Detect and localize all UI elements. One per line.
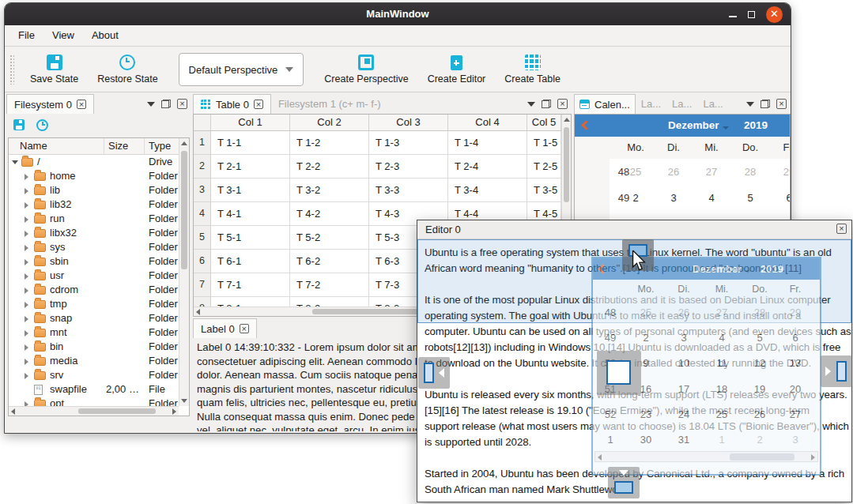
tree-row[interactable]: usrFolder [9,269,179,283]
tree-row[interactable]: lib32Folder [9,197,179,212]
tree-row[interactable]: snapFolder [9,311,179,325]
table-column-header[interactable]: Col 1 [211,115,290,131]
table-cell[interactable]: T 7-2 [290,273,369,297]
panel-close-icon[interactable] [776,99,787,109]
minimize-button[interactable] [729,16,737,17]
calendar-day[interactable]: 27 [697,159,726,185]
save-state-button[interactable]: Save State [21,51,88,88]
table-cell[interactable]: T 3-1 [211,179,290,202]
close-button[interactable]: ✕ [766,6,783,23]
table-cell[interactable]: T 2-1 [211,155,290,179]
table-cell[interactable]: T 2-3 [369,155,448,179]
toolbar-grip[interactable] [9,55,14,85]
table-column-header[interactable]: Col 2 [290,115,369,131]
tree-row[interactable]: /Drive [9,155,179,169]
tab-label-3[interactable]: La... [697,94,728,114]
table-cell[interactable]: T 5-2 [290,226,369,250]
previous-month-icon[interactable] [581,120,591,130]
tab-label-1[interactable]: La... [636,94,666,114]
editor-titlebar[interactable]: Editor 0 [417,220,851,239]
row-number-cell[interactable]: 2 [194,155,211,179]
save-icon[interactable] [13,119,25,130]
dock-indicator-left[interactable] [418,357,450,389]
table-column-header[interactable]: Col 4 [448,115,527,131]
dock-indicator-right[interactable] [821,355,852,387]
scrollbar-thumb[interactable] [181,151,187,269]
expander-icon[interactable] [12,160,18,164]
menu-file[interactable]: File [9,25,43,46]
expander-icon[interactable] [25,316,28,322]
expander-icon[interactable] [25,202,28,209]
expander-icon[interactable] [25,245,28,251]
panel-close-icon[interactable] [557,99,568,109]
tree-row[interactable]: runFolder [9,212,179,226]
row-number-cell[interactable]: 6 [194,250,211,273]
expander-icon[interactable] [25,359,28,365]
table-cell[interactable]: T 6-2 [290,250,369,273]
create-editor-button[interactable]: Create Editor [418,52,496,88]
tree-row[interactable]: mediaFolder [9,354,179,368]
perspective-dropdown[interactable]: Default Perspective [179,53,304,86]
expander-icon[interactable] [25,302,28,308]
table-cell[interactable]: T 1-5 [527,131,561,155]
tree-row[interactable]: sysFolder [9,240,179,254]
expander-icon[interactable] [25,216,28,223]
row-number-cell[interactable]: 4 [194,202,211,226]
tree-column-header[interactable]: Size [104,138,145,155]
table-cell[interactable]: T 7-1 [211,273,290,297]
scroll-left-icon[interactable] [11,408,15,415]
table-cell[interactable]: T 3-5 [527,179,561,202]
scrollbar-thumb[interactable] [78,408,156,414]
table-cell[interactable]: T 8-2 [290,297,369,307]
tab-filesystem-0[interactable]: Filesystem 0 [6,94,94,114]
float-icon[interactable] [161,100,171,108]
tree-row[interactable]: optFolder [9,397,179,406]
tab-label-0[interactable]: Label 0 [193,318,257,338]
tree-row[interactable]: binFolder [9,340,179,354]
table-cell[interactable]: T 8-1 [211,297,290,307]
calendar-day[interactable]: 5 [736,185,764,211]
scroll-up-icon[interactable] [564,118,570,122]
expander-icon[interactable] [25,231,28,237]
float-icon[interactable] [542,100,551,108]
table-corner-cell[interactable] [194,115,211,131]
scroll-left-icon[interactable] [196,309,200,315]
tree-row[interactable]: mntFolder [9,325,179,340]
menu-view[interactable]: View [43,25,83,46]
table-cell[interactable]: T 5-1 [211,226,290,250]
tree-row[interactable]: homeFolder [9,169,179,183]
expander-icon[interactable] [25,273,28,280]
table-cell[interactable]: T 4-1 [211,202,290,226]
table-column-header[interactable]: Col 5 [527,115,561,131]
calendar-day[interactable]: 6 [775,185,791,211]
calendar-day[interactable]: 26 [659,159,688,185]
tree-row[interactable]: sbinFolder [9,254,179,269]
table-cell[interactable]: T 2-2 [290,155,369,179]
tab-label-2[interactable]: La... [666,94,697,114]
tab-menu-icon[interactable] [527,102,535,107]
tree-row[interactable]: cdromFolder [9,283,179,297]
dock-indicator-bottom[interactable] [608,467,640,498]
expander-icon[interactable] [25,259,28,265]
tab-filesystem-1[interactable]: Filesystem 1 (c+ m- f-) [271,94,388,114]
row-number-cell[interactable]: 5 [194,226,211,250]
table-cell[interactable]: T 1-1 [211,131,290,155]
table-column-header[interactable]: Col 3 [369,115,448,131]
table-cell[interactable]: T 3-3 [369,179,448,202]
table-cell[interactable]: T 3-4 [448,179,527,202]
calendar-day[interactable]: 28 [736,159,764,185]
tree-column-header[interactable]: Type [145,138,179,155]
tree-row[interactable]: libFolder [9,183,179,197]
expander-icon[interactable] [25,188,28,194]
create-perspective-button[interactable]: Create Perspective [315,51,417,88]
tab-table-0[interactable]: Table 0 [193,94,271,114]
expander-icon[interactable] [25,288,28,294]
row-number-cell[interactable]: 3 [194,179,211,202]
expander-icon[interactable] [25,174,28,180]
table-cell[interactable]: T 6-1 [211,250,290,273]
tree-vertical-scrollbar[interactable] [179,138,189,406]
panel-close-icon[interactable] [177,99,187,109]
row-number-cell[interactable]: 1 [194,131,211,155]
table-cell[interactable]: T 3-2 [290,179,369,202]
calendar-day[interactable]: 2 [621,185,650,211]
